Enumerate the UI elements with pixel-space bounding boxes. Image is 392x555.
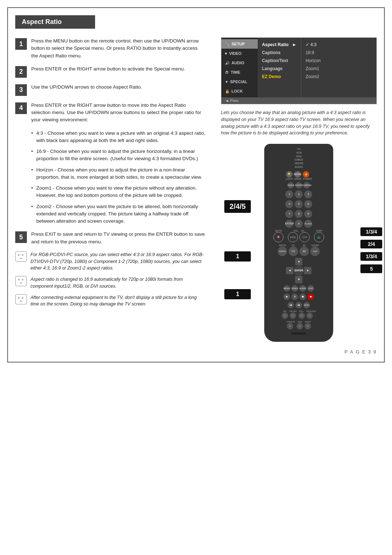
btn-7[interactable]: 7 bbox=[285, 210, 293, 218]
pipswap-button[interactable]: □ bbox=[306, 312, 313, 319]
submenu-aspect-ratio[interactable]: Aspect Ratio► bbox=[262, 41, 297, 49]
power-group: ⏻ POWER bbox=[303, 171, 312, 180]
special-label: SPECIAL bbox=[230, 80, 248, 84]
stop-button[interactable]: ⏹ bbox=[299, 293, 306, 300]
submenu-area: Aspect Ratio► Captions Caption/Text Lang… bbox=[258, 38, 376, 97]
mode-group: MODE MODE bbox=[294, 171, 302, 180]
setup-label: SETUP bbox=[232, 42, 245, 46]
step-number-1: 1 bbox=[15, 38, 27, 50]
audio-btn[interactable]: AUDIO bbox=[299, 285, 306, 292]
dpad-up[interactable]: ▲ bbox=[295, 258, 302, 265]
special-icon: ✦ bbox=[225, 80, 228, 84]
note-text-2: Aspect ratio is changed to 16:9 automati… bbox=[30, 276, 206, 290]
dpad-right[interactable]: ► bbox=[304, 267, 311, 274]
bullet-1: 4:3 - Choose when you want to view a pic… bbox=[31, 130, 206, 145]
video-src-button[interactable]: VIDEO bbox=[291, 285, 298, 292]
step-number-4: 4 bbox=[15, 102, 27, 114]
ratio-group: RATIO RATIO bbox=[278, 244, 287, 256]
menu-row: MENU VIDEO AUDIO EXIT bbox=[267, 285, 330, 292]
btn-4[interactable]: 4 bbox=[285, 200, 293, 208]
btn-6[interactable]: 6 bbox=[304, 200, 312, 208]
step-number-3: 3 bbox=[15, 84, 27, 96]
audio-label: AUDIO bbox=[232, 61, 244, 65]
menu-item-time[interactable]: ⏱ TIME bbox=[221, 68, 258, 77]
front-button[interactable]: FRONT bbox=[295, 182, 302, 189]
pause-button[interactable]: ⏸ bbox=[291, 293, 298, 300]
btn-enter[interactable]: ENTER bbox=[285, 220, 293, 228]
size-button[interactable]: □ bbox=[297, 323, 303, 329]
right-column: 🔧 SETUP ■ VIDEO 🔊 AUDIO ⏱ bbox=[217, 37, 377, 342]
menu-item-lock[interactable]: 🔒 LOCK bbox=[221, 86, 258, 96]
sleep-button[interactable]: SLP bbox=[310, 247, 320, 256]
ir-emitter bbox=[267, 332, 330, 335]
pip-button[interactable]: □ bbox=[282, 312, 288, 319]
freeze-row: FREEZE □ SIZE □ SWAP □ bbox=[267, 321, 330, 329]
exit-button[interactable]: EXIT bbox=[307, 285, 314, 292]
check-mark: ✓ bbox=[306, 42, 310, 47]
step-number-2: 2 bbox=[15, 66, 27, 78]
submenu-ez-demo[interactable]: EZ Demo bbox=[262, 73, 297, 81]
two-col-layout: 1 Press the MENU button on the remote co… bbox=[15, 37, 377, 342]
comp-button[interactable]: COMP/W bbox=[303, 182, 310, 189]
enter-button[interactable]: ENTER bbox=[294, 266, 304, 276]
light-button[interactable]: 💡 bbox=[286, 171, 293, 178]
pip-row: PIP □ PIP-BG □ PIP+ □ bbox=[267, 310, 330, 319]
step-text-1: Press the MENU button on the remote cont… bbox=[31, 37, 206, 60]
record-button[interactable]: ⏺ bbox=[307, 293, 314, 300]
btn-0[interactable]: 0 bbox=[295, 220, 303, 228]
rew-button[interactable]: ⏮ bbox=[287, 302, 294, 308]
dpad-left[interactable]: ◄ bbox=[286, 267, 293, 274]
step-1: 1 Press the MENU button on the remote co… bbox=[15, 37, 206, 60]
mute-button[interactable]: 🔇 bbox=[273, 232, 283, 242]
size-group: SIZE □ bbox=[297, 321, 303, 329]
submenu-caption-text[interactable]: Caption/Text bbox=[262, 57, 297, 65]
time-icon: ⏱ bbox=[225, 70, 229, 74]
cc-button[interactable]: CC bbox=[289, 247, 298, 256]
btn-5[interactable]: 5 bbox=[295, 200, 303, 208]
video-label: VIDEO bbox=[229, 51, 241, 56]
skip-button[interactable]: SKP+ bbox=[303, 302, 310, 308]
callout-1-bot: 1 bbox=[224, 289, 250, 299]
remote-wrapper: 2/4/5 1 1 1/3/4 2/4 1/3/4 5 bbox=[252, 144, 346, 342]
vol-ch-group: VOL CH VOL CH bbox=[288, 230, 310, 242]
btn-flash[interactable]: FLASH bbox=[304, 220, 312, 228]
submenu-list: Aspect Ratio► Captions Caption/Text Lang… bbox=[258, 38, 301, 97]
ratio-button[interactable]: RATIO bbox=[278, 247, 287, 256]
ch-button[interactable]: CH bbox=[299, 232, 310, 242]
remote-control: TVVCRDVDCABLEHDSTBAUDIO 💡 LIGHT MODE MOD… bbox=[264, 144, 333, 342]
submenu-captions[interactable]: Captions bbox=[262, 49, 297, 57]
mode-button[interactable]: MODE bbox=[294, 171, 301, 178]
btn-9[interactable]: 9 bbox=[304, 210, 312, 218]
menu-item-audio[interactable]: 🔊 AUDIO bbox=[221, 58, 258, 68]
menu-item-setup[interactable]: 🔧 SETUP bbox=[221, 39, 258, 49]
value-zoom1: Zoom1 bbox=[306, 65, 320, 73]
ff-button[interactable]: ⏭ bbox=[295, 302, 302, 308]
pip-plus-group: PIP+ □ bbox=[298, 310, 305, 319]
light-group: 💡 LIGHT bbox=[286, 171, 293, 180]
note-text-1: For RGB-PC/DVI-PC source, you can select… bbox=[30, 251, 206, 272]
playback-row: ▶ ⏸ ⏹ ⏺ bbox=[267, 293, 330, 300]
power-button[interactable]: ⏻ bbox=[303, 171, 309, 178]
note-text-3: After connecting external equipment to t… bbox=[30, 294, 206, 308]
play-button[interactable]: ▶ bbox=[283, 293, 290, 300]
video-button[interactable]: VIDEO bbox=[287, 182, 294, 189]
pip-bg-button[interactable]: □ bbox=[290, 312, 296, 319]
pip-plus-button[interactable]: □ bbox=[298, 312, 305, 319]
av-button[interactable]: AV bbox=[299, 247, 309, 256]
callout-134: 1/3/4 bbox=[360, 227, 382, 236]
freeze-button[interactable]: □ bbox=[287, 323, 293, 329]
btn-8[interactable]: 8 bbox=[295, 210, 303, 218]
prev-bar: ◄ Prev. bbox=[221, 97, 376, 104]
btn-2[interactable]: 2 bbox=[295, 190, 303, 198]
dpad-down[interactable]: ▼ bbox=[295, 276, 302, 283]
surf-button[interactable]: 📺 bbox=[314, 232, 324, 242]
step-5: 5 Press EXIT to save and return to TV vi… bbox=[15, 231, 206, 246]
btn-1[interactable]: 1 bbox=[285, 190, 293, 198]
menu-item-video[interactable]: ■ VIDEO bbox=[221, 49, 258, 58]
swap-button[interactable]: □ bbox=[305, 323, 311, 329]
menu-item-special[interactable]: ✦ SPECIAL bbox=[221, 77, 258, 86]
btn-3[interactable]: 3 bbox=[304, 190, 312, 198]
vol-button[interactable]: VOL bbox=[288, 232, 298, 242]
submenu-language[interactable]: Language bbox=[262, 65, 297, 73]
menu-button[interactable]: MENU bbox=[283, 285, 290, 292]
